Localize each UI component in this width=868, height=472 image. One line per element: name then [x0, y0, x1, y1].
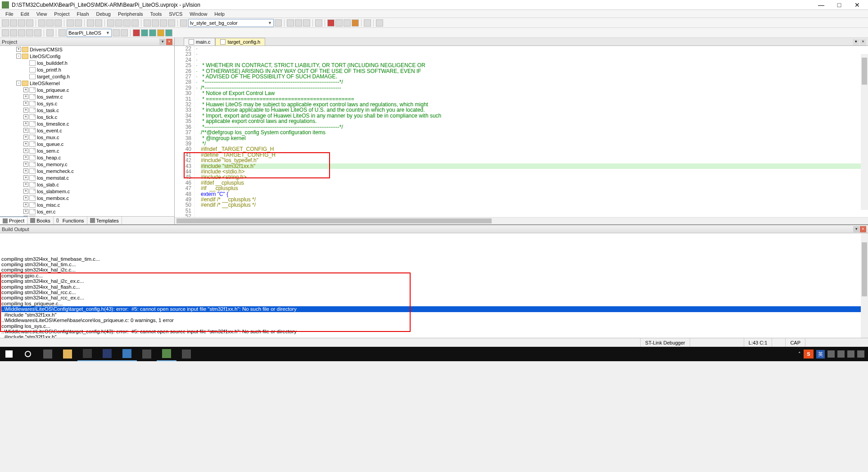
taskbar-app-4[interactable]	[137, 347, 157, 361]
breakpoint-icon[interactable]	[295, 19, 302, 27]
zoom-icon[interactable]	[315, 19, 322, 27]
tree-node[interactable]: +los_membox.c	[0, 195, 174, 201]
save-icon[interactable]	[18, 19, 25, 27]
record-icon[interactable]	[327, 19, 335, 27]
bookmark-icon[interactable]	[107, 19, 114, 27]
download-icon[interactable]	[46, 29, 54, 36]
taskbar-explorer[interactable]	[58, 347, 77, 361]
menu-debug[interactable]: Debug	[93, 11, 114, 17]
paste-icon[interactable]	[54, 19, 62, 27]
menu-file[interactable]: File	[2, 11, 17, 17]
rebuild-icon[interactable]	[18, 29, 25, 36]
open-icon[interactable]	[10, 19, 17, 27]
menu-svcs[interactable]: SVCS	[165, 11, 186, 17]
tree-node[interactable]: +los_sys.c	[0, 100, 174, 107]
tree-node[interactable]: +los_queue.c	[0, 141, 174, 147]
tab-templates[interactable]: Templates	[87, 217, 122, 224]
ime-lang[interactable]: 英	[816, 350, 825, 359]
tree-node[interactable]: +Drivers/CMSIS	[0, 46, 174, 53]
tree-node[interactable]: +los_tick.c	[0, 113, 174, 120]
tree-node[interactable]: +los_misc.c	[0, 201, 174, 208]
tray-icon-2[interactable]	[837, 350, 845, 358]
build-output-text[interactable]: compiling stm32l4xx_hal_timebase_tim.c..…	[0, 233, 868, 338]
tree-node[interactable]: +los_event.c	[0, 127, 174, 134]
indent-icon[interactable]	[144, 19, 151, 27]
bookmark-prev-icon[interactable]	[115, 19, 122, 27]
tree-node[interactable]: los_builddef.h	[0, 59, 174, 66]
tree-node[interactable]: +los_swtmr.c	[0, 93, 174, 100]
taskbar-taskview[interactable]	[38, 347, 58, 361]
tray-chevron-icon[interactable]: ˄	[798, 351, 801, 357]
ime-indicator[interactable]: S	[804, 349, 814, 359]
tree-node[interactable]: +los_heap.c	[0, 154, 174, 161]
menu-tools[interactable]: Tools	[147, 11, 166, 17]
bookmark-next-icon[interactable]	[123, 19, 131, 27]
analyzer-icon[interactable]	[335, 19, 343, 27]
manage-rte-icon[interactable]	[121, 29, 128, 36]
taskbar-app-5[interactable]	[157, 347, 176, 361]
tray-network-icon[interactable]	[847, 350, 854, 358]
file-ext-icon[interactable]	[133, 29, 140, 36]
panel-close-icon[interactable]: ×	[166, 39, 172, 45]
translate-icon[interactable]	[2, 29, 9, 36]
tools-icon[interactable]	[376, 19, 383, 27]
comment-icon[interactable]	[160, 19, 167, 27]
tree-node[interactable]: +los_memcheck.c	[0, 168, 174, 174]
undo-icon[interactable]	[67, 19, 74, 27]
batch-build-icon[interactable]	[26, 29, 33, 36]
taskbar-app-2[interactable]	[97, 347, 117, 361]
tree-node[interactable]: +los_mux.c	[0, 134, 174, 141]
editor-tab-target-config[interactable]: target_config.h	[215, 38, 265, 45]
close-button[interactable]: ✕	[852, 1, 863, 9]
editor-close-icon[interactable]: ×	[860, 39, 866, 45]
tree-node[interactable]: +los_slabmem.c	[0, 188, 174, 195]
menu-flash[interactable]: Flash	[73, 11, 93, 17]
save-all-icon[interactable]	[26, 19, 33, 27]
window-tile-icon[interactable]	[364, 19, 371, 27]
menu-window[interactable]: Window	[186, 11, 211, 17]
tray-icon-1[interactable]	[827, 350, 835, 358]
editor-tab-main[interactable]: main.c	[184, 38, 215, 45]
taskbar-app-3[interactable]	[117, 347, 137, 361]
tree-node[interactable]: target_config.h	[0, 73, 174, 80]
trace-icon[interactable]	[344, 19, 351, 27]
editor-scrollbar-vertical[interactable]	[861, 54, 868, 210]
tree-node[interactable]: +los_task.c	[0, 107, 174, 113]
editor-scrollbar-horizontal[interactable]	[175, 217, 868, 224]
menu-peripherals[interactable]: Peripherals	[114, 11, 147, 17]
build-close-icon[interactable]: ×	[860, 226, 866, 232]
build-icon[interactable]	[10, 29, 17, 36]
tree-node[interactable]: +los_timeslice.c	[0, 120, 174, 127]
start-button[interactable]	[0, 347, 18, 361]
taskbar-app-6[interactable]	[176, 347, 196, 361]
tree-node[interactable]: +los_sem.c	[0, 147, 174, 154]
find-in-files-icon[interactable]	[275, 19, 282, 27]
minimize-button[interactable]: —	[816, 1, 827, 9]
uncomment-icon[interactable]	[168, 19, 175, 27]
bookmark-clear-icon[interactable]	[131, 19, 139, 27]
tree-node[interactable]: -LiteOS/kernel	[0, 80, 174, 86]
taskbar-search[interactable]	[18, 347, 38, 361]
nav-fwd-icon[interactable]	[95, 19, 102, 27]
menu-help[interactable]: Help	[211, 11, 228, 17]
debug-start-icon[interactable]	[287, 19, 294, 27]
build-pin-icon[interactable]: ▾	[853, 226, 859, 232]
cut-icon[interactable]	[38, 19, 45, 27]
tab-project[interactable]: Project	[0, 217, 27, 224]
options-icon[interactable]	[113, 29, 120, 36]
menu-project[interactable]: Project	[50, 11, 73, 17]
tray-volume-icon[interactable]	[857, 350, 864, 358]
editor-dropdown-icon[interactable]: ▾	[853, 39, 859, 45]
find-icon[interactable]	[180, 19, 187, 27]
tree-node[interactable]: +los_memory.c	[0, 161, 174, 168]
breakpoint-disable-icon[interactable]	[303, 19, 310, 27]
menu-view[interactable]: View	[33, 11, 51, 17]
find-combo[interactable]: lv_style_set_bg_color▼	[188, 19, 274, 27]
coverage-icon[interactable]	[352, 19, 359, 27]
pack-installer-icon[interactable]	[141, 29, 148, 36]
manage-project-icon[interactable]	[149, 29, 156, 36]
config-wizard-icon[interactable]	[165, 29, 172, 36]
taskbar-app-1[interactable]	[77, 347, 97, 361]
stop-build-icon[interactable]	[34, 29, 41, 36]
select-pack-icon[interactable]	[157, 29, 164, 36]
